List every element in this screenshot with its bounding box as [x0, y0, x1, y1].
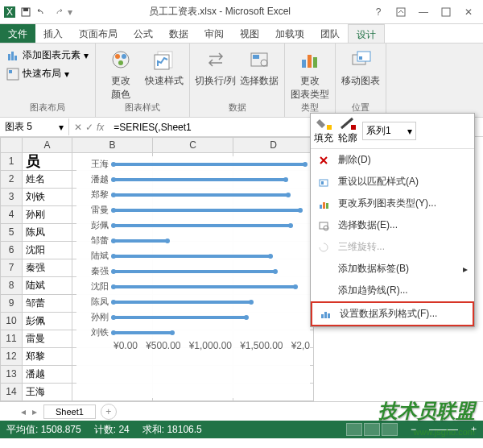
- chart-bar[interactable]: [114, 316, 246, 319]
- series-dropdown[interactable]: 系列1▾: [362, 122, 416, 140]
- cell[interactable]: 郑黎: [23, 348, 72, 366]
- chart-bar[interactable]: [114, 270, 275, 273]
- row-header[interactable]: 11: [0, 330, 23, 348]
- chart-bar[interactable]: [114, 178, 286, 181]
- chart-bar[interactable]: [114, 224, 291, 227]
- chart-bar-row[interactable]: 潘越: [76, 172, 310, 187]
- row-header[interactable]: 9: [0, 295, 23, 313]
- sheet-tab-active[interactable]: Sheet1: [43, 404, 96, 419]
- cell[interactable]: 陈凤: [23, 224, 72, 242]
- chart-bar-row[interactable]: 陈凤: [76, 294, 310, 309]
- chart-bar-row[interactable]: 雷曼: [76, 202, 310, 218]
- undo-icon[interactable]: [35, 6, 48, 19]
- chart-bar-row[interactable]: 陆斌: [76, 248, 310, 263]
- tab-insert[interactable]: 插入: [35, 24, 71, 43]
- page-break-view-button[interactable]: [382, 423, 398, 436]
- tab-team[interactable]: 团队: [312, 24, 348, 43]
- chart-bar-row[interactable]: 刘铁: [76, 325, 310, 340]
- row-header[interactable]: 2: [0, 171, 23, 189]
- column-header[interactable]: A: [23, 137, 72, 153]
- outline-button[interactable]: 轮廓: [338, 117, 357, 145]
- normal-view-button[interactable]: [346, 423, 362, 436]
- chart-bar-row[interactable]: 孙刚: [76, 309, 310, 325]
- chart-bar[interactable]: [114, 193, 288, 197]
- save-icon[interactable]: [19, 6, 32, 19]
- chart-bar-row[interactable]: 郑黎: [76, 187, 310, 202]
- chart-bar-row[interactable]: 秦强: [76, 263, 310, 279]
- cell[interactable]: 陆斌: [23, 277, 72, 295]
- tab-page-layout[interactable]: 页面布局: [71, 24, 126, 43]
- chart-bar[interactable]: [114, 301, 251, 304]
- redo-icon[interactable]: [52, 6, 64, 19]
- embedded-chart[interactable]: 王海潘越郑黎雷曼彭佩邹蕾陆斌秦强沈阳陈凤孙刚刘铁 ¥0.00¥500.00¥1,…: [76, 156, 310, 398]
- cell[interactable]: 沈阳: [23, 242, 72, 259]
- context-menu-item[interactable]: 更改系列图表类型(Y)...: [311, 193, 474, 214]
- cell[interactable]: 雷曼: [23, 330, 72, 348]
- row-header[interactable]: 13: [0, 366, 23, 384]
- row-header[interactable]: 10: [0, 313, 23, 330]
- maximize-icon[interactable]: [438, 4, 454, 20]
- tab-design[interactable]: 设计: [348, 24, 385, 43]
- sheet-nav-next-icon[interactable]: ▸: [32, 406, 37, 417]
- cell[interactable]: 孙刚: [23, 206, 72, 224]
- context-menu-item[interactable]: 重设以匹配样式(A): [311, 171, 474, 193]
- change-colors-button[interactable]: 更改 颜色: [101, 47, 141, 102]
- chart-bar-row[interactable]: 沈阳: [76, 279, 310, 294]
- close-icon[interactable]: ✕: [460, 4, 477, 20]
- cell[interactable]: 潘越: [23, 366, 72, 384]
- page-layout-view-button[interactable]: [364, 423, 380, 436]
- cancel-formula-icon[interactable]: ✕: [74, 122, 82, 133]
- cell[interactable]: 秦强: [23, 259, 72, 277]
- context-menu-item[interactable]: 删除(D): [311, 149, 474, 171]
- add-sheet-button[interactable]: +: [101, 404, 117, 420]
- switch-row-col-button[interactable]: 切换行/列: [195, 47, 236, 88]
- column-header[interactable]: C: [153, 137, 233, 153]
- row-header[interactable]: 14: [0, 384, 23, 401]
- name-box[interactable]: 图表 5▾: [0, 118, 69, 135]
- qat-dropdown-icon[interactable]: ▾: [68, 6, 72, 18]
- row-header[interactable]: 7: [0, 259, 23, 277]
- row-header[interactable]: 12: [0, 348, 23, 366]
- chart-bar[interactable]: [114, 255, 270, 258]
- confirm-formula-icon[interactable]: ✓: [85, 122, 93, 133]
- help-icon[interactable]: ?: [370, 4, 386, 20]
- chart-bar[interactable]: [114, 239, 167, 243]
- fx-icon[interactable]: fx: [97, 122, 104, 133]
- chart-bar[interactable]: [114, 163, 305, 166]
- column-header[interactable]: B: [72, 137, 153, 153]
- fill-button[interactable]: 填充: [314, 117, 333, 145]
- move-chart-button[interactable]: 移动图表: [341, 47, 381, 88]
- cell[interactable]: 王海: [23, 384, 72, 401]
- cell[interactable]: 邹蕾: [23, 295, 72, 313]
- cell[interactable]: 员: [23, 153, 72, 171]
- cell[interactable]: 姓名: [23, 171, 72, 189]
- row-header[interactable]: 3: [0, 189, 23, 206]
- tab-view[interactable]: 视图: [232, 24, 267, 43]
- chart-bar-row[interactable]: 邹蕾: [76, 233, 310, 248]
- tab-review[interactable]: 审阅: [196, 24, 232, 43]
- context-menu-item[interactable]: 添加趋势线(R)...: [311, 280, 474, 301]
- select-data-button[interactable]: 选择数据: [239, 47, 279, 88]
- tab-formulas[interactable]: 公式: [126, 24, 161, 43]
- chart-bar[interactable]: [114, 209, 300, 212]
- row-header[interactable]: 5: [0, 224, 23, 242]
- context-menu-item[interactable]: 添加数据标签(B)▸: [311, 258, 474, 280]
- sheet-nav-prev-icon[interactable]: ◂: [21, 406, 26, 417]
- quick-style-button[interactable]: 快速样式: [144, 47, 184, 88]
- add-chart-element-button[interactable]: 添加图表元素▾: [5, 47, 90, 64]
- column-header[interactable]: D: [233, 137, 314, 153]
- ribbon-toggle-icon[interactable]: [393, 4, 409, 20]
- tab-file[interactable]: 文件: [0, 24, 35, 43]
- select-all-button[interactable]: [0, 137, 23, 153]
- quick-layout-button[interactable]: 快速布局▾: [5, 65, 90, 82]
- row-header[interactable]: 6: [0, 242, 23, 259]
- chart-bar[interactable]: [114, 331, 172, 334]
- row-header[interactable]: 8: [0, 277, 23, 295]
- chart-bar-row[interactable]: 王海: [76, 156, 310, 172]
- minimize-icon[interactable]: —: [415, 4, 431, 20]
- row-header[interactable]: 1: [0, 153, 23, 171]
- context-menu-item[interactable]: 设置数据系列格式(F)...: [311, 301, 474, 326]
- chart-bar-row[interactable]: 彭佩: [76, 218, 310, 233]
- chart-bar[interactable]: [114, 285, 295, 288]
- context-menu-item[interactable]: 选择数据(E)...: [311, 214, 474, 236]
